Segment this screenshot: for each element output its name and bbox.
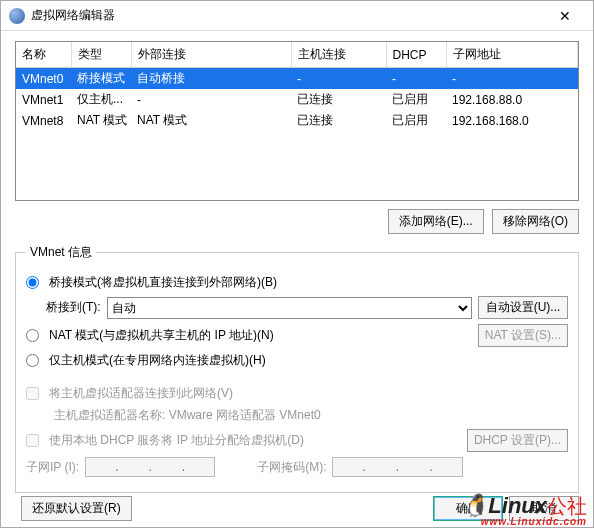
col-external[interactable]: 外部连接 xyxy=(131,42,291,68)
auto-settings-button[interactable]: 自动设置(U)... xyxy=(478,296,568,319)
app-icon xyxy=(9,8,25,24)
window-title: 虚拟网络编辑器 xyxy=(31,7,545,24)
radio-nat[interactable] xyxy=(26,329,39,342)
radio-hostonly[interactable] xyxy=(26,354,39,367)
checkbox-dhcp xyxy=(26,434,39,447)
add-network-button[interactable]: 添加网络(E)... xyxy=(388,209,484,234)
titlebar: 虚拟网络编辑器 ✕ xyxy=(1,1,593,31)
restore-defaults-button[interactable]: 还原默认设置(R) xyxy=(21,496,132,521)
col-name[interactable]: 名称 xyxy=(16,42,71,68)
col-subnet[interactable]: 子网地址 xyxy=(446,42,578,68)
host-adapter-name: 主机虚拟适配器名称: VMware 网络适配器 VMnet0 xyxy=(54,407,321,424)
checkbox-dhcp-label: 使用本地 DHCP 服务将 IP 地址分配给虚拟机(D) xyxy=(49,432,461,449)
remove-network-button[interactable]: 移除网络(O) xyxy=(492,209,579,234)
radio-bridge[interactable] xyxy=(26,276,39,289)
cancel-button[interactable]: 取消 xyxy=(509,496,579,521)
table-row[interactable]: VMnet1仅主机...-已连接已启用192.168.88.0 xyxy=(16,89,578,110)
nat-settings-button: NAT 设置(S)... xyxy=(478,324,568,347)
table-row[interactable]: VMnet8NAT 模式NAT 模式已连接已启用192.168.168.0 xyxy=(16,110,578,131)
dhcp-settings-button: DHCP 设置(P)... xyxy=(467,429,568,452)
ok-button[interactable]: 确定 xyxy=(433,496,503,521)
network-table[interactable]: 名称 类型 外部连接 主机连接 DHCP 子网地址 VMnet0桥接模式自动桥接… xyxy=(15,41,579,201)
radio-bridge-label[interactable]: 桥接模式(将虚拟机直接连接到外部网络)(B) xyxy=(49,274,277,291)
table-row[interactable]: VMnet0桥接模式自动桥接--- xyxy=(16,68,578,90)
col-type[interactable]: 类型 xyxy=(71,42,131,68)
radio-hostonly-label[interactable]: 仅主机模式(在专用网络内连接虚拟机)(H) xyxy=(49,352,266,369)
dialog-footer: 还原默认设置(R) 确定 取消 xyxy=(1,496,593,521)
vmnet-info-group: VMnet 信息 桥接模式(将虚拟机直接连接到外部网络)(B) 桥接到(T): … xyxy=(15,244,579,493)
bridge-to-label: 桥接到(T): xyxy=(46,299,101,316)
col-host[interactable]: 主机连接 xyxy=(291,42,386,68)
bridge-to-select[interactable]: 自动 xyxy=(107,297,472,319)
close-button[interactable]: ✕ xyxy=(545,2,585,30)
radio-nat-label[interactable]: NAT 模式(与虚拟机共享主机的 IP 地址)(N) xyxy=(49,327,472,344)
checkbox-connect-host-label: 将主机虚拟适配器连接到此网络(V) xyxy=(49,385,233,402)
subnet-ip-label: 子网IP (I): xyxy=(26,459,79,476)
subnet-ip-input: . . . xyxy=(85,457,215,477)
col-dhcp[interactable]: DHCP xyxy=(386,42,446,68)
vmnet-info-legend: VMnet 信息 xyxy=(26,244,96,261)
table-header-row: 名称 类型 外部连接 主机连接 DHCP 子网地址 xyxy=(16,42,578,68)
subnet-mask-label: 子网掩码(M): xyxy=(257,459,326,476)
checkbox-connect-host xyxy=(26,387,39,400)
subnet-mask-input: . . . xyxy=(332,457,462,477)
